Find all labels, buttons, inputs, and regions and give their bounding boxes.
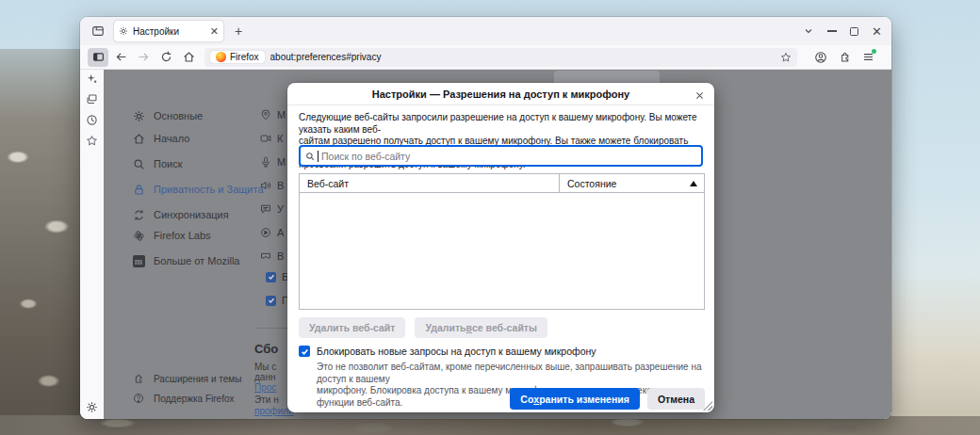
dialog-header: Настройки — Разрешения на доступ к микро…: [287, 83, 714, 105]
checkbox-checked-icon: [266, 296, 276, 306]
settings-nav-labs[interactable]: Firefox Labs: [132, 226, 211, 245]
save-changes-button[interactable]: Сохранить изменения: [510, 388, 640, 410]
remove-site-button[interactable]: Удалить веб-сайт: [299, 317, 405, 338]
text-caret: [318, 151, 318, 162]
maximize-button[interactable]: [850, 27, 858, 36]
table-body-empty[interactable]: [300, 193, 704, 310]
dialog-footer: Сохранить изменения Отмена: [510, 388, 705, 410]
block-new-requests-checkbox[interactable]: Блокировать новые запросы на доступ к ва…: [299, 346, 596, 357]
sidebar-toggle-button[interactable]: [88, 48, 108, 67]
new-tab-button[interactable]: +: [229, 24, 248, 39]
identity-chip[interactable]: Firefox: [210, 51, 265, 63]
checkbox-checked-icon: [266, 272, 276, 282]
ai-sparkle-icon[interactable]: [84, 71, 101, 86]
search-icon: [132, 157, 145, 170]
column-header-website[interactable]: Веб-сайт: [300, 174, 560, 192]
identity-label: Firefox: [230, 52, 259, 62]
remove-all-sites-button[interactable]: Удалить все веб-сайты: [415, 317, 547, 338]
camera-icon: [260, 133, 271, 144]
help-icon: [132, 392, 145, 405]
sort-ascending-icon[interactable]: [690, 181, 697, 186]
permission-microphone-row: М: [260, 154, 286, 169]
addon-warn-checkbox-dimmed: П: [266, 293, 289, 308]
text-fragment: Эти н: [254, 395, 279, 405]
cancel-button[interactable]: Отмена: [647, 388, 705, 410]
settings-nav-mozilla[interactable]: m Больше от Mozilla: [132, 251, 239, 270]
synced-tabs-icon[interactable]: [84, 91, 101, 106]
customize-sidebar-gear-icon[interactable]: [84, 399, 101, 414]
permission-autoplay-row: А: [260, 225, 284, 240]
window-controls: ✕: [803, 25, 882, 38]
bookmarks-star-icon[interactable]: [84, 133, 101, 148]
app-menu-hamburger-icon[interactable]: [858, 48, 878, 67]
firefox-logo-icon: [216, 52, 226, 62]
permission-location-row: М: [260, 107, 286, 122]
url-address[interactable]: about:preferences#privacy: [270, 52, 775, 62]
tab-title: Настройки: [133, 26, 205, 37]
checkbox-checked-icon[interactable]: [299, 346, 310, 357]
autoplay-icon: [260, 227, 271, 238]
location-icon: [260, 109, 271, 121]
tab-list-chevron-down-icon[interactable]: [803, 25, 814, 37]
bookmark-star-icon[interactable]: [780, 52, 792, 63]
tab-close-icon[interactable]: ✕: [210, 26, 219, 37]
mozilla-icon: m: [132, 254, 145, 267]
text-fragment: данн: [254, 372, 275, 382]
dialog-close-icon[interactable]: [692, 88, 707, 103]
column-header-status[interactable]: Состояние: [560, 174, 704, 192]
permission-vr-row: В: [260, 249, 284, 264]
content-area: Основные Начало Поиск Приватность и Защи…: [80, 70, 891, 419]
search-placeholder: Поиск по веб-сайту: [321, 151, 410, 162]
sync-icon: [132, 208, 145, 221]
dialog-actions: Удалить веб-сайт Удалить все веб-сайты: [299, 317, 547, 338]
firefox-window: Настройки ✕ + ✕: [80, 17, 891, 419]
vertical-toolbar: [80, 70, 104, 419]
table-header: Веб-сайт Состояние: [300, 174, 704, 193]
gear-icon: [132, 109, 145, 122]
lock-icon: [132, 183, 145, 196]
settings-nav-general[interactable]: Основные: [132, 106, 203, 125]
settings-nav-privacy[interactable]: Приватность и Защита: [132, 180, 264, 199]
tab-settings[interactable]: Настройки ✕: [114, 21, 223, 41]
permission-camera-row: К: [260, 131, 283, 146]
navigation-toolbar: Firefox about:preferences#privacy: [80, 45, 891, 70]
permission-speaker-row: В: [260, 178, 284, 193]
home-button[interactable]: [178, 48, 199, 67]
home-icon: [132, 132, 145, 145]
microphone-permissions-dialog: Настройки — Разрешения на доступ к микро…: [287, 83, 714, 412]
speaker-icon: [260, 180, 271, 191]
site-search-input[interactable]: Поиск по веб-сайту: [299, 145, 703, 167]
extensions-puzzle-icon: [132, 372, 145, 385]
forward-button[interactable]: [133, 48, 154, 67]
permission-notifications-row: У: [260, 201, 284, 217]
titlebar: Настройки ✕ + ✕: [80, 17, 891, 45]
url-bar[interactable]: Firefox about:preferences#privacy: [204, 48, 797, 67]
update-badge: [872, 49, 876, 54]
settings-nav-sync[interactable]: Синхронизация: [132, 205, 229, 224]
data-collection-heading-fragment: Сбо: [254, 342, 278, 356]
settings-nav-search[interactable]: Поиск: [132, 154, 182, 173]
reload-icon[interactable]: [155, 48, 176, 67]
window-close-button[interactable]: ✕: [872, 25, 882, 38]
extensions-icon[interactable]: [834, 48, 855, 67]
wallpaper-sand-right: [891, 350, 980, 416]
popup-block-checkbox-dimmed: Б: [266, 269, 288, 284]
text-fragment: Мы с: [254, 362, 276, 372]
settings-nav-support[interactable]: Поддержка Firefox: [132, 389, 235, 408]
history-clock-icon[interactable]: [84, 112, 101, 127]
labs-icon: [132, 229, 145, 242]
permissions-table: Веб-сайт Состояние: [299, 173, 705, 310]
dialog-title: Настройки — Разрешения на доступ к микро…: [372, 89, 629, 100]
checkbox-label: Блокировать новые запросы на доступ к ва…: [317, 346, 596, 357]
firefox-view-icon[interactable]: [88, 22, 108, 40]
settings-nav-extensions[interactable]: Расширения и темы: [132, 369, 241, 388]
account-icon[interactable]: [810, 48, 831, 67]
microphone-icon: [260, 156, 271, 168]
vr-headset-icon: [260, 250, 271, 262]
wallpaper-mountain-left: [0, 49, 81, 435]
settings-nav-home[interactable]: Начало: [132, 129, 189, 148]
link-fragment[interactable]: Прос: [254, 382, 276, 393]
minimize-button[interactable]: [827, 30, 837, 31]
settings-favicon-gear-icon: [119, 26, 128, 36]
back-button[interactable]: [110, 48, 131, 67]
